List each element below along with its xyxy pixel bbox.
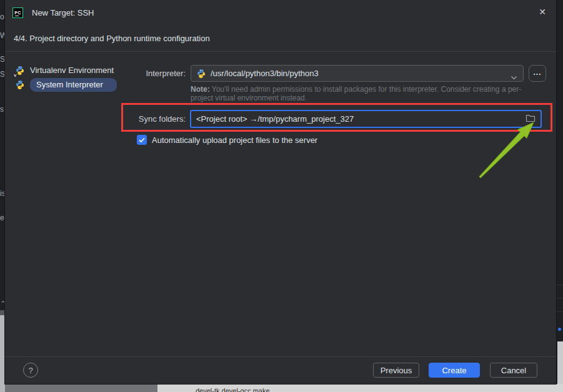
interpreter-value: /usr/local/python3/bin/python3	[211, 69, 319, 78]
pycharm-logo-icon: PC	[12, 7, 23, 18]
screen: { "dialog": { "title": "New Target: SSH"…	[0, 0, 563, 392]
folder-icon[interactable]	[526, 114, 536, 124]
note-text: You'll need admin permissions to install…	[191, 85, 521, 102]
sidebar-item-system-interpreter[interactable]: System Interpreter	[15, 77, 117, 92]
help-button[interactable]: ?	[23, 363, 38, 378]
bg-divider	[557, 311, 563, 312]
sidebar-selected-label: System Interpreter	[30, 78, 117, 92]
auto-upload-checkbox[interactable]	[137, 135, 147, 145]
bg-left-panel	[0, 315, 5, 392]
dialog-titlebar[interactable]: PC New Target: SSH ✕	[5, 0, 556, 25]
bg-text-fragment: S	[0, 70, 5, 79]
sync-folders-value: <Project root> →/tmp/pycharm_project_327	[196, 114, 354, 124]
sync-folders-label: Sync folders:	[94, 114, 186, 124]
create-button[interactable]: Create	[429, 363, 480, 378]
pycharm-logo-text: PC	[14, 11, 21, 15]
interpreter-label: Interpreter:	[94, 69, 186, 78]
bg-divider	[557, 285, 563, 285]
bg-divider	[557, 298, 563, 298]
python-icon	[196, 69, 206, 79]
bg-blue-dot	[558, 328, 561, 331]
dialog-title: New Target: SSH	[32, 8, 94, 17]
auto-upload-row: Automatically upload project files to th…	[137, 134, 317, 145]
wizard-step-header: 4/4. Project directory and Python runtim…	[5, 25, 556, 52]
bg-scrollbar-thumb	[0, 310, 5, 315]
new-target-ssh-dialog: PC New Target: SSH ✕ 4/4. Project direct…	[5, 0, 556, 384]
footer-divider	[5, 356, 556, 357]
bg-bottom-bar	[5, 384, 157, 392]
interpreter-browse-button[interactable]: ...	[529, 65, 546, 82]
pycharm-logo-underscore	[15, 16, 19, 16]
bg-terminal-strip: devel-tk devel-gcc make	[157, 384, 563, 392]
cancel-button[interactable]: Cancel	[490, 363, 537, 378]
close-icon[interactable]: ✕	[537, 7, 547, 17]
python-virtualenv-icon: v	[15, 66, 25, 76]
interpreter-note: Note: You'll need admin permissions to i…	[191, 85, 541, 102]
bg-right-panel	[556, 0, 563, 392]
note-prefix: Note:	[191, 85, 210, 94]
auto-upload-label: Automatically upload project files to th…	[152, 135, 317, 145]
bg-text-fragment: s	[0, 105, 4, 114]
chevron-down-icon[interactable]	[511, 72, 517, 82]
interpreter-combobox[interactable]: /usr/local/python3/bin/python3	[191, 65, 524, 82]
wizard-step-label: 4/4. Project directory and Python runtim…	[14, 34, 210, 43]
previous-button[interactable]: Previous	[373, 363, 419, 378]
sync-folders-input[interactable]: <Project root> →/tmp/pycharm_project_327	[190, 110, 542, 128]
bg-terminal-text: devel-tk devel-gcc make	[196, 387, 270, 392]
python-icon	[15, 80, 25, 90]
